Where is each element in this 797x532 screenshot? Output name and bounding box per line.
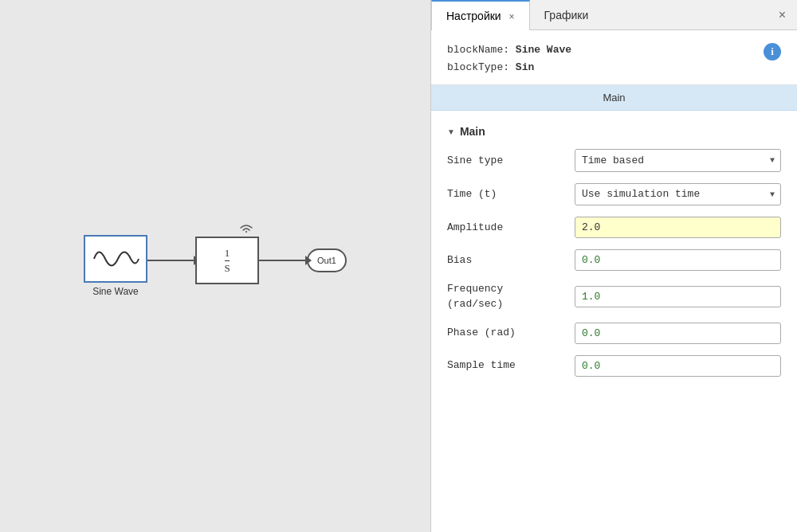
- tabs-bar: Настройки × Графики ×: [431, 0, 797, 30]
- frequency-input[interactable]: [575, 286, 781, 307]
- time-select-wrapper: Use simulation time Use external signal …: [575, 183, 781, 205]
- time-row: Time (t) Use simulation time Use externa…: [447, 183, 781, 205]
- canvas-area: Sine Wave 1 S: [0, 0, 430, 532]
- settings-tab-close[interactable]: ×: [509, 11, 515, 22]
- sine-type-select[interactable]: Time based Sample based: [575, 149, 781, 172]
- wire-2: [259, 260, 307, 261]
- phase-row: Phase (rad): [447, 323, 781, 344]
- integrator-denominator: S: [224, 261, 230, 275]
- sine-wave-label: Sine Wave: [92, 286, 139, 297]
- sample-time-control: [575, 355, 781, 377]
- block-name-value: Sine Wave: [516, 44, 571, 56]
- sine-type-select-wrapper: Time based Sample based ▼: [575, 149, 781, 172]
- out1-label: Out1: [317, 256, 336, 265]
- graphics-tab-label: Графики: [544, 9, 589, 22]
- phase-control: [575, 323, 781, 344]
- bias-label: Bias: [447, 253, 575, 268]
- frequency-row: Frequency (rad/sec): [447, 282, 781, 311]
- phase-label: Phase (rad): [447, 326, 575, 340]
- bias-control: [575, 249, 781, 271]
- integrator-numerator: 1: [225, 247, 230, 261]
- section-header-label: Main: [603, 92, 625, 104]
- out1-block[interactable]: Out1: [307, 248, 347, 272]
- block-name-label: blockName:: [447, 44, 509, 56]
- amplitude-label: Amplitude: [447, 221, 575, 235]
- settings-tab-label: Настройки: [446, 10, 501, 22]
- sine-type-label: Sine type: [447, 154, 575, 168]
- sine-wave-svg: [91, 242, 140, 276]
- time-control: Use simulation time Use external signal …: [575, 183, 781, 205]
- integrator-block[interactable]: 1 S: [195, 237, 259, 284]
- phase-input[interactable]: [575, 323, 781, 344]
- sample-time-label: Sample time: [447, 358, 575, 373]
- tab-settings[interactable]: Настройки ×: [431, 0, 530, 30]
- block-type-row: blockType: Sin: [447, 59, 571, 76]
- section-title-label: Main: [460, 125, 485, 138]
- bias-input[interactable]: [575, 249, 781, 271]
- diagram-container: Sine Wave 1 S: [84, 235, 347, 297]
- block-info-section: blockName: Sine Wave blockType: Sin i: [431, 30, 797, 85]
- sine-type-control: Time based Sample based ▼: [575, 149, 781, 172]
- sine-wave-box[interactable]: [84, 235, 147, 283]
- collapse-triangle-icon[interactable]: ▼: [447, 127, 455, 136]
- right-panel: Настройки × Графики × blockName: Sine Wa…: [430, 0, 797, 532]
- time-label: Time (t): [447, 187, 575, 201]
- sine-wave-block[interactable]: Sine Wave: [84, 235, 147, 297]
- integrator-wrapper: 1 S: [195, 237, 259, 284]
- info-icon[interactable]: i: [764, 43, 781, 61]
- sample-time-row: Sample time: [447, 355, 781, 377]
- section-title: ▼ Main: [447, 125, 781, 138]
- sine-type-row: Sine type Time based Sample based ▼: [447, 149, 781, 172]
- block-type-label: blockType:: [447, 61, 509, 73]
- main-content: ▼ Main Sine type Time based Sample based…: [431, 111, 797, 532]
- amplitude-control: [575, 217, 781, 238]
- block-name-row: blockName: Sine Wave: [447, 41, 571, 59]
- frequency-label: Frequency (rad/sec): [447, 282, 575, 311]
- wire-1: [147, 260, 195, 261]
- main-section-header: Main: [431, 85, 797, 111]
- bias-row: Bias: [447, 249, 781, 271]
- frequency-control: [575, 286, 781, 307]
- wireless-icon: [238, 222, 254, 238]
- panel-close-button[interactable]: ×: [768, 2, 797, 29]
- tab-graphics[interactable]: Графики: [530, 1, 603, 29]
- sample-time-input[interactable]: [575, 355, 781, 377]
- block-type-value: Sin: [516, 61, 534, 73]
- amplitude-row: Amplitude: [447, 217, 781, 238]
- block-info-text: blockName: Sine Wave blockType: Sin: [447, 41, 571, 76]
- integrator-fraction: 1 S: [224, 247, 230, 275]
- amplitude-input[interactable]: [575, 217, 781, 238]
- time-select[interactable]: Use simulation time Use external signal: [575, 183, 781, 205]
